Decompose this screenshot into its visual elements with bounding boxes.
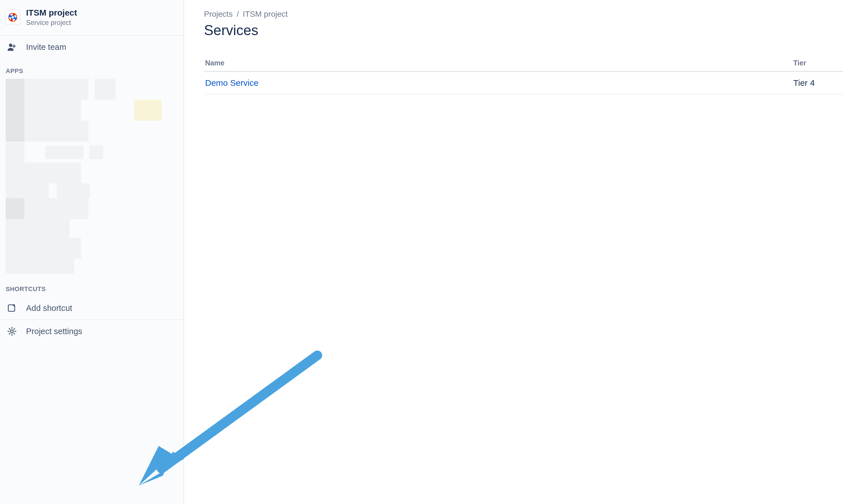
breadcrumb: Projects / ITSM project (204, 10, 843, 19)
project-title: ITSM project (26, 8, 77, 17)
svg-point-2 (9, 43, 12, 47)
add-people-icon (6, 41, 17, 53)
shortcuts-section-label: SHORTCUTS (0, 276, 183, 297)
invite-team-label: Invite team (26, 42, 66, 52)
table-header-row: Name Tier (204, 55, 843, 72)
column-header-tier[interactable]: Tier (792, 55, 843, 72)
page-title: Services (204, 22, 843, 39)
invite-team-button[interactable]: Invite team (0, 36, 183, 58)
column-header-name[interactable]: Name (204, 55, 792, 72)
breadcrumb-current-link[interactable]: ITSM project (243, 10, 288, 19)
gear-icon (6, 326, 17, 337)
service-name-link[interactable]: Demo Service (205, 78, 259, 88)
svg-point-4 (11, 330, 13, 333)
service-tier-value: Tier 4 (792, 72, 843, 94)
project-subtitle: Service project (26, 19, 77, 27)
apps-section-label: APPS (0, 58, 183, 79)
sidebar: ITSM project Service project Invite team… (0, 0, 184, 504)
svg-point-1 (11, 16, 14, 19)
breadcrumb-projects-link[interactable]: Projects (204, 10, 233, 19)
add-shortcut-icon (6, 302, 17, 314)
project-settings-button[interactable]: Project settings (0, 320, 183, 343)
project-header[interactable]: ITSM project Service project (0, 0, 183, 35)
add-shortcut-label: Add shortcut (26, 303, 72, 313)
table-row[interactable]: Demo Service Tier 4 (204, 72, 843, 94)
main-content: Projects / ITSM project Services Name Ti… (184, 0, 863, 504)
apps-section-redacted (0, 79, 183, 276)
services-table: Name Tier Demo Service Tier 4 (204, 55, 843, 94)
svg-line-5 (162, 356, 317, 469)
project-settings-label: Project settings (26, 327, 82, 336)
lifebuoy-icon (8, 12, 17, 22)
breadcrumb-separator: / (237, 10, 239, 19)
add-shortcut-button[interactable]: Add shortcut (0, 297, 183, 319)
project-avatar-icon (6, 10, 20, 24)
